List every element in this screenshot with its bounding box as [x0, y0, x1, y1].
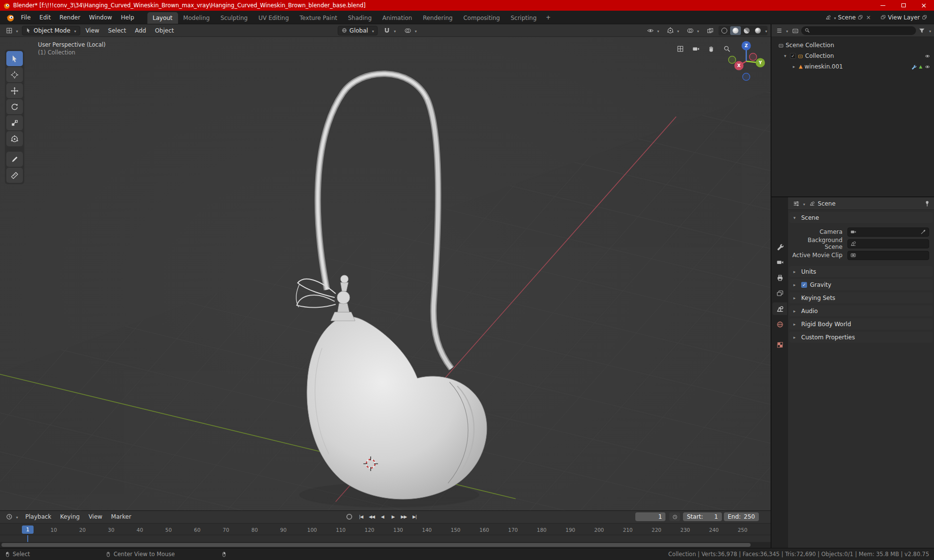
- playhead-line[interactable]: [27, 535, 28, 542]
- object-expand-caret[interactable]: ▸: [791, 64, 797, 69]
- frame-start-field[interactable]: Start: 1: [683, 512, 722, 521]
- tool-measure[interactable]: [6, 168, 23, 183]
- viewport-menu-item[interactable]: View: [81, 26, 104, 35]
- menu-item[interactable]: File: [17, 13, 35, 22]
- outliner-row-object[interactable]: ▸ ▲ wineskin.001 ▲: [772, 61, 934, 72]
- toggle-perspective-button[interactable]: [674, 43, 686, 54]
- transport-button[interactable]: ▶|: [410, 512, 419, 521]
- timeline-editor-type-button[interactable]: [3, 512, 21, 521]
- tab-output[interactable]: [772, 271, 787, 284]
- timeline-menu-item[interactable]: Marker: [107, 512, 135, 522]
- view-layer-selector[interactable]: View Layer: [878, 13, 930, 22]
- panel-units-header[interactable]: ▸ Units: [790, 266, 933, 277]
- tool-transform[interactable]: [6, 131, 23, 146]
- tool-cursor[interactable]: [6, 67, 23, 82]
- filter-funnel-icon[interactable]: [918, 27, 925, 34]
- workspace-tab[interactable]: Layout: [147, 12, 178, 24]
- transport-button[interactable]: ◀◀: [367, 512, 377, 521]
- visibility-dropdown[interactable]: [644, 26, 662, 35]
- timeline-track[interactable]: [0, 535, 771, 542]
- pan-view-button[interactable]: [705, 43, 717, 54]
- gizmos-dropdown[interactable]: [664, 26, 682, 35]
- timeline-menu-item[interactable]: Playback: [21, 512, 56, 522]
- workspace-tab[interactable]: Scripting: [505, 12, 542, 24]
- transport-button[interactable]: ◀: [377, 512, 387, 521]
- menu-item[interactable]: Help: [116, 13, 138, 22]
- tool-scale[interactable]: [6, 115, 23, 130]
- background-scene-field[interactable]: [847, 239, 929, 248]
- navigation-gizmo[interactable]: Z X Y: [722, 37, 771, 86]
- shading-material-button[interactable]: [741, 26, 752, 35]
- panel-gravity-header[interactable]: ▸ ✓ Gravity: [790, 279, 933, 290]
- outliner-search[interactable]: [801, 26, 916, 35]
- maximize-button[interactable]: [893, 0, 914, 11]
- playhead-badge[interactable]: 1: [22, 525, 34, 534]
- snap-toggle[interactable]: [381, 26, 399, 35]
- current-frame-field[interactable]: 1: [635, 512, 665, 521]
- blender-menu-icon[interactable]: [6, 13, 15, 22]
- panel-audio-header[interactable]: ▸ Audio: [790, 305, 933, 316]
- workspace-tab[interactable]: Rendering: [417, 12, 458, 24]
- properties-editor-type-button[interactable]: [791, 199, 807, 208]
- close-button[interactable]: ×: [914, 0, 934, 11]
- eyedropper-icon[interactable]: [920, 229, 926, 235]
- tool-annotate[interactable]: [6, 152, 23, 167]
- timeline-menu-item[interactable]: Keying: [56, 512, 84, 522]
- menu-item[interactable]: Render: [55, 13, 85, 22]
- new-view-layer-icon[interactable]: [922, 15, 927, 20]
- scene-selector[interactable]: Scene ×: [823, 13, 875, 22]
- pin-icon[interactable]: [924, 200, 931, 207]
- collection-checkbox[interactable]: ✓: [790, 53, 796, 59]
- viewport-3d[interactable]: User Perspective (Local) (1) Collection: [0, 37, 771, 510]
- active-movie-clip-field[interactable]: [847, 251, 929, 260]
- object-visibility-eye-icon[interactable]: [925, 64, 930, 70]
- workspace-tab[interactable]: Texture Paint: [294, 12, 342, 24]
- viewport-menu-item[interactable]: Select: [104, 26, 130, 35]
- shading-wireframe-button[interactable]: [719, 26, 730, 35]
- proportional-edit-toggle[interactable]: [402, 26, 420, 35]
- workspace-tab[interactable]: Modeling: [178, 12, 216, 24]
- tab-scene[interactable]: [772, 302, 787, 315]
- preview-range-toggle[interactable]: [669, 512, 680, 521]
- new-scene-icon[interactable]: [858, 15, 863, 20]
- transport-button[interactable]: ▶: [388, 512, 398, 521]
- transport-button[interactable]: ▶▶: [399, 512, 409, 521]
- frame-end-field[interactable]: End: 250: [724, 512, 759, 521]
- timeline-scrollbar-thumb[interactable]: [1, 543, 751, 547]
- tool-move[interactable]: [6, 83, 23, 98]
- xray-toggle[interactable]: [704, 26, 717, 35]
- camera-field[interactable]: [847, 228, 929, 237]
- add-workspace-button[interactable]: +: [542, 13, 555, 22]
- tab-tool[interactable]: [772, 240, 787, 253]
- panel-keying-sets-header[interactable]: ▸ Keying Sets: [790, 292, 933, 303]
- shading-solid-button[interactable]: [730, 26, 741, 35]
- outliner-row-collection[interactable]: ▾ ✓ Collection: [772, 51, 934, 61]
- camera-view-button[interactable]: [690, 43, 701, 54]
- outliner-row-scene-collection[interactable]: Scene Collection: [772, 40, 934, 51]
- tool-rotate[interactable]: [6, 99, 23, 114]
- outliner-editor-type-button[interactable]: [774, 26, 790, 35]
- shading-rendered-button[interactable]: [753, 26, 763, 35]
- tab-texture[interactable]: [772, 338, 787, 351]
- viewport-menu-item[interactable]: Object: [150, 26, 178, 35]
- collection-visibility-eye-icon[interactable]: [925, 53, 930, 59]
- workspace-tab[interactable]: Sculpting: [215, 12, 253, 24]
- panel-scene-header[interactable]: ▾ Scene: [790, 212, 933, 223]
- menu-item[interactable]: Window: [85, 13, 116, 22]
- modifier-wrench-icon[interactable]: [911, 64, 916, 70]
- tab-world[interactable]: [772, 318, 787, 331]
- outliner-display-mode-icon[interactable]: [792, 27, 799, 34]
- tab-view-layer[interactable]: [772, 287, 787, 299]
- gravity-checkbox[interactable]: ✓: [801, 282, 807, 288]
- tool-select-box[interactable]: [6, 51, 23, 66]
- timeline-menu-item[interactable]: View: [84, 512, 107, 522]
- auto-keying-toggle[interactable]: [346, 514, 352, 520]
- workspace-tab[interactable]: Shading: [342, 12, 377, 24]
- orientation-dropdown[interactable]: Global: [338, 26, 377, 35]
- workspace-tab[interactable]: Animation: [377, 12, 417, 24]
- workspace-tab[interactable]: UV Editing: [253, 12, 294, 24]
- mode-dropdown[interactable]: Object Mode: [22, 26, 80, 35]
- menu-item[interactable]: Edit: [35, 13, 55, 22]
- unlink-scene-button[interactable]: ×: [865, 14, 872, 21]
- transport-button[interactable]: |◀: [356, 512, 366, 521]
